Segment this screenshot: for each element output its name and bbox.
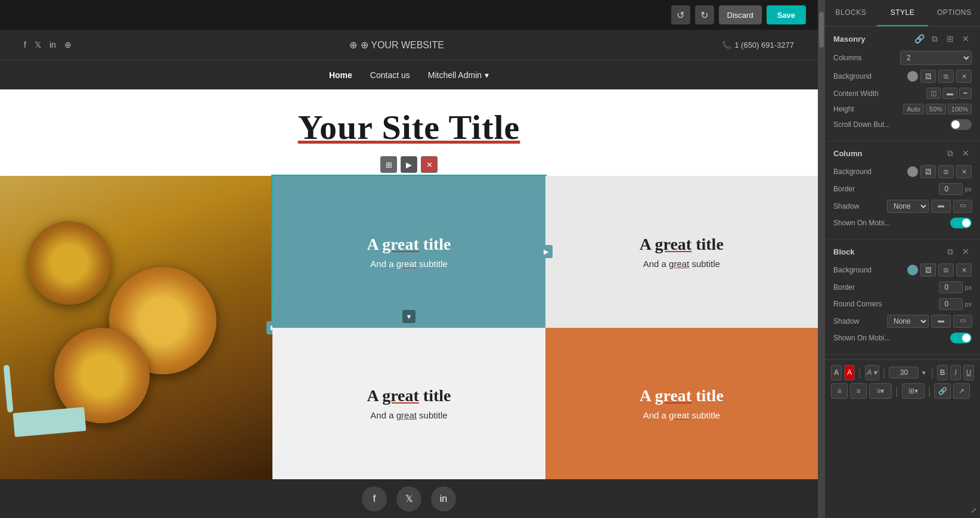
twitter-icon[interactable]: 𝕏	[35, 40, 41, 49]
block-delete-icon[interactable]: ✕	[960, 246, 972, 258]
link-btn[interactable]: 🔗	[934, 383, 951, 399]
block-round-unit: px	[965, 300, 972, 308]
delete-button[interactable]: ✕	[421, 156, 438, 173]
bold-btn[interactable]: B	[937, 365, 948, 380]
masonry-bg-remove-btn[interactable]: ✕	[956, 70, 972, 83]
column-delete-icon[interactable]: ✕	[960, 147, 972, 159]
phone-icon: 📞	[722, 41, 731, 49]
column-shadow-type2[interactable]: ▭	[953, 200, 972, 213]
canvas-scrollbar[interactable]	[818, 0, 825, 518]
height-label: Height	[833, 105, 887, 113]
redo-button[interactable]: ↻	[695, 5, 714, 24]
tab-blocks[interactable]: BLOCKS	[825, 0, 877, 26]
column-mobile-row: Shown On Mobi...	[833, 218, 972, 228]
orange-cell[interactable]: A great title And a great subtitle	[545, 328, 818, 480]
column-mobile-toggle[interactable]	[950, 218, 972, 228]
play-button[interactable]: ▶	[401, 156, 417, 173]
block-mobile-toggle[interactable]	[950, 333, 972, 343]
height-50-btn[interactable]: 50%	[926, 104, 946, 114]
teal-down-arrow[interactable]: ▼	[402, 310, 415, 323]
font-color-btn[interactable]: A	[831, 365, 842, 380]
panel-tabs: BLOCKS STYLE OPTIONS	[825, 0, 980, 27]
block-shadow-type1[interactable]: ▬	[931, 315, 951, 328]
site-top-bar: f 𝕏 in ⊕ ⊕ ⊕ YOUR WEBSITE 📞 1 (650) 691-…	[0, 30, 818, 60]
bottom-linkedin-icon[interactable]: in	[431, 486, 456, 511]
light-cell-top[interactable]: A great title And a great subtitle	[545, 176, 818, 328]
light-cell-bottom[interactable]: A great title And a great subtitle	[272, 328, 545, 480]
light-cell-bottom-subtitle: And a great subtitle	[370, 410, 447, 420]
content-width-row: Content Width ◫ ▬ ━	[833, 88, 972, 99]
column-border-input[interactable]	[939, 183, 963, 195]
linkedin-icon[interactable]: in	[49, 40, 56, 49]
discard-button[interactable]: Discard	[719, 5, 762, 24]
block-shadow-type2[interactable]: ▭	[953, 315, 972, 328]
masonry-delete-icon[interactable]: ✕	[960, 33, 972, 45]
content-width-large[interactable]: ━	[959, 88, 972, 99]
teal-cell-top[interactable]: A great title And a great subtitle ▼ ▶	[272, 176, 545, 328]
block-bg-remove-btn[interactable]: ✕	[956, 263, 972, 277]
masonry-duplicate-icon[interactable]: ⊞	[944, 33, 956, 45]
column-border-unit: px	[965, 185, 972, 193]
align-left-btn[interactable]: ≡	[831, 383, 848, 399]
column-border-label: Border	[833, 185, 887, 193]
block-border-input[interactable]	[939, 281, 963, 293]
block-bg-color[interactable]	[907, 265, 918, 275]
light-cell-bottom-title: A great title	[367, 386, 451, 405]
masonry-bg-row: Background 🖼 ⧉ ✕	[833, 70, 972, 83]
column-bg-row: Background 🖼 ⧉ ✕	[833, 165, 972, 178]
nav-admin[interactable]: Mitchell Admin ▾	[428, 70, 489, 80]
content-width-small[interactable]: ◫	[926, 88, 941, 99]
block-round-label: Round Corners	[833, 300, 887, 308]
panel-expand-icon[interactable]: ⤢	[971, 507, 976, 514]
masonry-link-icon[interactable]: 🔗	[913, 33, 925, 45]
grid-view-button[interactable]: ⊞	[380, 156, 397, 173]
column-duplicate-icon[interactable]: ⧉	[944, 147, 956, 159]
tab-options[interactable]: OPTIONS	[928, 0, 980, 26]
column-bg-color[interactable]	[907, 166, 918, 177]
masonry-copy-icon[interactable]: ⧉	[929, 33, 941, 45]
columns-select[interactable]: 2 3 4	[900, 51, 972, 65]
nav-contact[interactable]: Contact us	[370, 70, 410, 80]
align-center-btn[interactable]: ≡	[850, 383, 867, 399]
column-section-title: Column	[833, 149, 862, 158]
bottom-twitter-icon[interactable]: 𝕏	[396, 486, 421, 511]
scroll-down-toggle[interactable]	[950, 119, 972, 130]
teal-right-arrow[interactable]: ▶	[539, 245, 553, 258]
orange-cell-subtitle: And a great subtitle	[643, 410, 720, 420]
external-link-btn[interactable]: ↗	[953, 383, 970, 399]
undo-button[interactable]: ↺	[671, 5, 690, 24]
column-bg-stretch-btn[interactable]: ⧉	[938, 165, 954, 178]
block-bg-img-btn[interactable]: 🖼	[920, 263, 936, 277]
italic-btn[interactable]: I	[950, 365, 961, 380]
table-btn[interactable]: ⊞▾	[902, 383, 925, 399]
column-bg-remove-btn[interactable]: ✕	[956, 165, 972, 178]
font-size-input[interactable]	[889, 367, 919, 379]
block-duplicate-icon[interactable]: ⧉	[944, 246, 956, 258]
content-width-medium[interactable]: ▬	[942, 88, 957, 99]
facebook-icon[interactable]: f	[24, 40, 26, 49]
bottom-facebook-icon[interactable]: f	[362, 486, 387, 511]
column-section: Column ⧉ ✕ Background 🖼 ⧉ ✕	[825, 141, 980, 240]
instagram-icon[interactable]: ⊕	[64, 40, 72, 49]
block-shadow-select[interactable]: None Small	[887, 315, 929, 328]
font-style-btn[interactable]: A ▾	[865, 365, 879, 380]
underline-btn[interactable]: U	[963, 365, 974, 380]
masonry-bg-color[interactable]	[907, 71, 918, 82]
masonry-bg-stretch-btn[interactable]: ⧉	[938, 70, 954, 83]
block-round-input[interactable]	[939, 298, 963, 310]
height-auto-btn[interactable]: Auto	[903, 104, 924, 114]
align-options-btn[interactable]: ≡▾	[869, 383, 892, 399]
font-size-arrow[interactable]: ▾	[921, 369, 927, 377]
column-shadow-type1[interactable]: ▬	[931, 200, 951, 213]
column-bg-img-btn[interactable]: 🖼	[920, 165, 936, 178]
font-bg-btn[interactable]: A	[844, 365, 855, 380]
tab-style[interactable]: STYLE	[877, 0, 929, 26]
block-bg-stretch-btn[interactable]: ⧉	[938, 263, 954, 277]
cell-expand-right[interactable]: ▶	[266, 321, 272, 334]
nav-home[interactable]: Home	[329, 70, 352, 80]
save-button[interactable]: Save	[767, 5, 806, 24]
column-shadow-select[interactable]: None Small Medium	[887, 200, 929, 213]
masonry-bg-img-btn[interactable]: 🖼	[920, 70, 936, 83]
height-100-btn[interactable]: 100%	[948, 104, 972, 114]
column-border-row: Border px	[833, 183, 972, 195]
